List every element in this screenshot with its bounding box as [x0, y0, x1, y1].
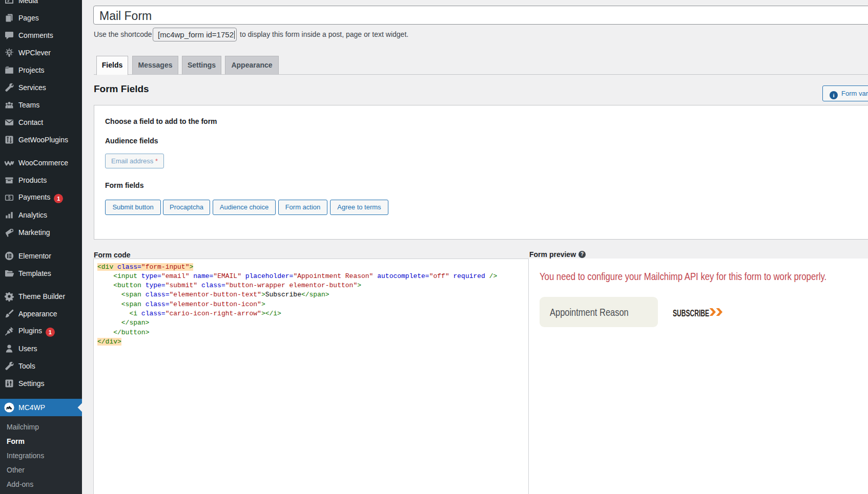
svg-text:WPC: WPC — [7, 51, 12, 54]
